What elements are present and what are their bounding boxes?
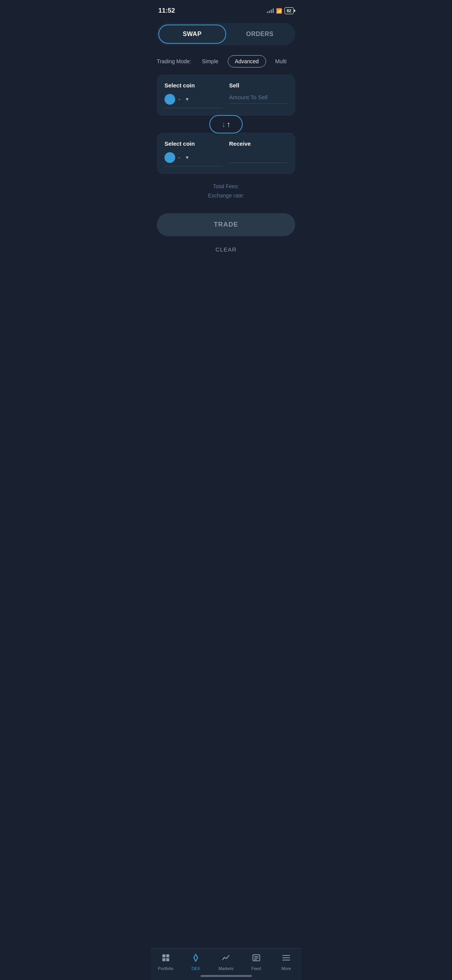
sell-coin-col: Select coin - ▼: [164, 82, 223, 108]
mode-options: Simple Advanced Multi: [195, 55, 294, 67]
swap-direction-container: ↓ ↑: [157, 115, 295, 133]
receive-card: Select coin - ▼ Receive: [157, 133, 295, 174]
status-time: 11:52: [158, 7, 175, 15]
mode-multi[interactable]: Multi: [268, 56, 294, 67]
sell-label: Sell: [229, 82, 288, 89]
swap-arrows-icon: ↓ ↑: [222, 120, 230, 128]
receive-label: Receive: [229, 140, 288, 147]
mode-advanced[interactable]: Advanced: [228, 55, 266, 67]
total-fees-row: Total Fees:: [157, 183, 295, 189]
mode-simple[interactable]: Simple: [195, 56, 225, 67]
tab-swap[interactable]: SWAP: [158, 25, 226, 44]
tab-orders[interactable]: ORDERS: [226, 25, 294, 44]
exchange-rate-row: Exchange rate:: [157, 192, 295, 199]
wifi-icon: 📶: [276, 8, 282, 14]
sell-coin-dash: -: [178, 96, 180, 103]
status-icons: 📶 82: [267, 7, 294, 14]
swap-direction-button[interactable]: ↓ ↑: [209, 115, 243, 133]
arrow-down-icon: ↓: [222, 120, 225, 128]
sell-coin-dropdown-arrow[interactable]: ▼: [185, 97, 189, 102]
cards-wrapper: Select coin - ▼ Sell Amount To Sell ↓: [157, 74, 295, 174]
sell-amount-col: Sell Amount To Sell: [229, 82, 288, 104]
signal-bars-icon: [267, 8, 274, 13]
receive-coin-dot: [164, 152, 175, 163]
receive-coin-label: Select coin: [164, 140, 223, 147]
receive-coin-dash: -: [178, 154, 180, 161]
trading-mode-label: Trading Mode:: [157, 58, 191, 64]
receive-coin-dropdown-arrow[interactable]: ▼: [185, 155, 189, 160]
receive-coin-col: Select coin - ▼: [164, 140, 223, 166]
sell-card-row: Select coin - ▼ Sell Amount To Sell: [164, 82, 288, 108]
arrow-up-icon: ↑: [227, 120, 230, 128]
receive-card-row: Select coin - ▼ Receive: [164, 140, 288, 166]
sell-coin-dot: [164, 94, 175, 105]
fee-section: Total Fees: Exchange rate:: [157, 174, 295, 206]
sell-card: Select coin - ▼ Sell Amount To Sell: [157, 74, 295, 116]
status-bar: 11:52 📶 82: [151, 0, 301, 19]
main-content: SWAP ORDERS Trading Mode: Simple Advance…: [151, 19, 301, 257]
sell-coin-selector[interactable]: - ▼: [164, 94, 223, 108]
receive-amount-input[interactable]: [229, 152, 288, 163]
trade-button[interactable]: TRADE: [157, 213, 295, 236]
clear-button[interactable]: CLEAR: [157, 242, 295, 257]
sell-coin-label: Select coin: [164, 82, 223, 89]
battery-indicator: 82: [284, 7, 294, 14]
sell-amount-input[interactable]: Amount To Sell: [229, 94, 288, 104]
receive-amount-col: Receive: [229, 140, 288, 163]
tab-switch: SWAP ORDERS: [157, 23, 295, 45]
trading-mode-bar: Trading Mode: Simple Advanced Multi: [157, 53, 295, 74]
receive-coin-selector[interactable]: - ▼: [164, 152, 223, 166]
